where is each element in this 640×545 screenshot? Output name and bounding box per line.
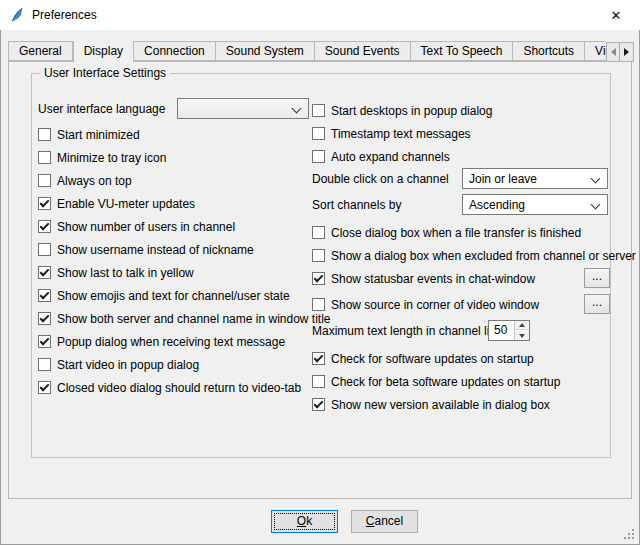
checkbox-icon[interactable] <box>312 127 325 140</box>
checkbox-label: Always on top <box>57 174 132 188</box>
resize-grip[interactable] <box>622 527 636 541</box>
checkbox-label: Show source in corner of video window <box>331 298 539 312</box>
display-tab-pane: User Interface Settings User interface l… <box>8 61 632 499</box>
titlebar[interactable]: Preferences ✕ <box>0 0 640 30</box>
checkbox-desktops-popup[interactable]: Start desktops in popup dialog <box>312 100 492 121</box>
tab-connection[interactable]: Connection <box>134 41 216 61</box>
checkbox-video-popup-dialog[interactable]: Start video in popup dialog <box>38 354 199 375</box>
spinner-up-icon[interactable] <box>515 321 529 330</box>
sort-channels-combobox-value: Ascending <box>469 198 525 212</box>
checkbox-icon[interactable] <box>312 272 325 285</box>
checkbox-icon[interactable] <box>312 226 325 239</box>
checkbox-icon[interactable] <box>312 104 325 117</box>
checkbox-label: Show both server and channel name in win… <box>57 312 331 326</box>
max-text-length-spinner[interactable]: 50 <box>488 320 530 341</box>
checkbox-label: Show a dialog box when excluded from cha… <box>331 249 636 263</box>
cancel-button-label: Cancel <box>352 511 417 532</box>
checkbox-icon[interactable] <box>38 220 51 233</box>
checkbox-server-channel-in-title[interactable]: Show both server and channel name in win… <box>38 308 331 329</box>
checkbox-icon[interactable] <box>38 128 51 141</box>
video-source-more-button[interactable]: ... <box>584 294 610 314</box>
checkbox-statusbar-events[interactable]: Show statusbar events in chat-window ... <box>312 268 612 289</box>
checkbox-icon[interactable] <box>38 381 51 394</box>
checkbox-icon[interactable] <box>312 298 325 311</box>
checkbox-icon[interactable] <box>38 289 51 302</box>
checkbox-check-updates[interactable]: Check for software updates on startup <box>312 348 534 369</box>
tab-bar: General Display Connection Sound System … <box>8 41 606 63</box>
checkbox-emojis-and-text[interactable]: Show emojis and text for channel/user st… <box>38 285 290 306</box>
checkbox-icon[interactable] <box>38 174 51 187</box>
spinner-down-icon[interactable] <box>515 331 529 340</box>
checkbox-icon[interactable] <box>312 398 325 411</box>
app-icon <box>9 7 25 23</box>
checkbox-label: Auto expand channels <box>331 150 450 164</box>
checkbox-closed-video-return[interactable]: Closed video dialog should return to vid… <box>38 377 301 398</box>
window-title: Preferences <box>32 0 97 30</box>
checkbox-close-on-file-transfer[interactable]: Close dialog box when a file transfer is… <box>312 222 581 243</box>
checkbox-icon[interactable] <box>38 243 51 256</box>
max-text-length-row: Maximum text length in channel list 50 <box>312 320 612 341</box>
checkbox-icon[interactable] <box>312 249 325 262</box>
double-click-combobox[interactable]: Join or leave <box>462 168 608 189</box>
double-click-label: Double click on a channel <box>312 172 449 186</box>
checkbox-always-on-top[interactable]: Always on top <box>38 170 132 191</box>
checkbox-label: Start desktops in popup dialog <box>331 104 492 118</box>
checkbox-icon[interactable] <box>38 151 51 164</box>
tab-scroll-buttons <box>606 42 634 62</box>
checkbox-icon[interactable] <box>38 266 51 279</box>
checkbox-check-beta-updates[interactable]: Check for beta software updates on start… <box>312 371 560 392</box>
tab-shortcuts[interactable]: Shortcuts <box>513 41 585 61</box>
cancel-button[interactable]: Cancel <box>351 510 418 533</box>
checkbox-label: Show emojis and text for channel/user st… <box>57 289 290 303</box>
checkbox-show-user-count[interactable]: Show number of users in channel <box>38 216 235 237</box>
checkbox-minimize-to-tray[interactable]: Minimize to tray icon <box>38 147 166 168</box>
checkbox-icon[interactable] <box>312 352 325 365</box>
language-label: User interface language <box>38 102 165 116</box>
checkbox-icon[interactable] <box>312 375 325 388</box>
checkbox-icon[interactable] <box>38 335 51 348</box>
checkbox-vu-meter-updates[interactable]: Enable VU-meter updates <box>38 193 195 214</box>
statusbar-events-more-button[interactable]: ... <box>584 268 610 288</box>
tab-scroll-right-icon[interactable] <box>620 42 634 62</box>
checkbox-label: Enable VU-meter updates <box>57 197 195 211</box>
checkbox-last-to-talk-yellow[interactable]: Show last to talk in yellow <box>38 262 194 283</box>
checkbox-auto-expand-channels[interactable]: Auto expand channels <box>312 146 450 167</box>
checkbox-label: Check for software updates on startup <box>331 352 534 366</box>
checkbox-icon[interactable] <box>38 358 51 371</box>
tab-text-to-speech[interactable]: Text To Speech <box>411 41 514 61</box>
group-title: User Interface Settings <box>40 66 170 80</box>
checkbox-video-source-corner[interactable]: Show source in corner of video window ..… <box>312 294 612 315</box>
checkbox-start-minimized[interactable]: Start minimized <box>38 124 140 145</box>
language-combobox[interactable] <box>177 98 309 119</box>
double-click-combobox-value: Join or leave <box>469 172 537 186</box>
checkbox-username-instead-nickname[interactable]: Show username instead of nickname <box>38 239 254 260</box>
tab-scroll-left-icon[interactable] <box>606 42 620 62</box>
checkbox-label: Minimize to tray icon <box>57 151 166 165</box>
checkbox-label: Close dialog box when a file transfer is… <box>331 226 581 240</box>
resize-grip-icon <box>622 527 624 529</box>
checkbox-new-version-dialog[interactable]: Show new version available in dialog box <box>312 394 550 415</box>
checkbox-icon[interactable] <box>38 312 51 325</box>
checkbox-icon[interactable] <box>38 197 51 210</box>
checkbox-popup-text-message[interactable]: Popup dialog when receiving text message <box>38 331 285 352</box>
sort-channels-combobox[interactable]: Ascending <box>462 194 608 215</box>
ok-button-label: Ok <box>272 511 337 532</box>
sort-channels-label: Sort channels by <box>312 198 401 212</box>
tab-display[interactable]: Display <box>73 41 134 62</box>
tab-sound-events[interactable]: Sound Events <box>315 41 411 61</box>
checkbox-label: Start minimized <box>57 128 140 142</box>
checkbox-icon[interactable] <box>312 150 325 163</box>
checkbox-label: Show username instead of nickname <box>57 243 254 257</box>
tab-general[interactable]: General <box>8 41 73 61</box>
checkbox-dialog-when-excluded[interactable]: Show a dialog box when excluded from cha… <box>312 245 636 266</box>
checkbox-label: Check for beta software updates on start… <box>331 375 560 389</box>
user-interface-settings-group: User Interface Settings User interface l… <box>31 73 611 458</box>
checkbox-label: Show last to talk in yellow <box>57 266 194 280</box>
checkbox-timestamp-messages[interactable]: Timestamp text messages <box>312 123 471 144</box>
tab-video[interactable]: Video <box>585 41 606 61</box>
checkbox-label: Start video in popup dialog <box>57 358 199 372</box>
tab-sound-system[interactable]: Sound System <box>216 41 315 61</box>
ok-button[interactable]: Ok <box>271 510 338 533</box>
checkbox-label: Timestamp text messages <box>331 127 471 141</box>
close-icon[interactable]: ✕ <box>600 0 632 30</box>
